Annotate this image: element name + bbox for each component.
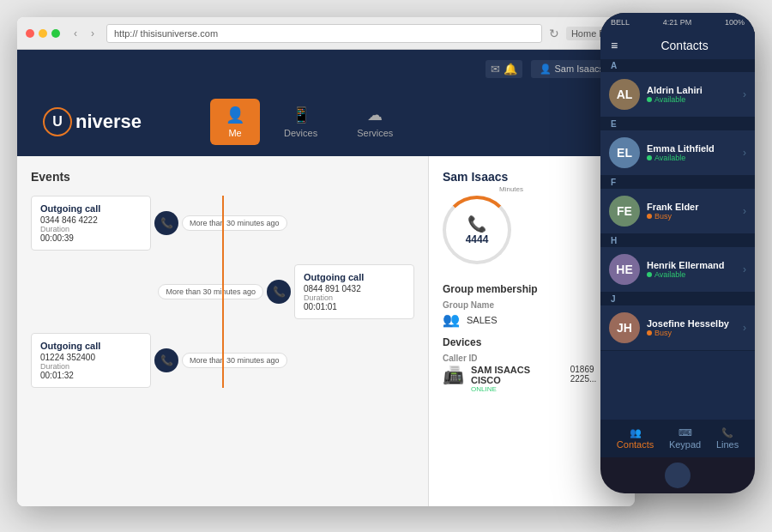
devices-section: Devices Caller ID 📠 SAM ISAACS CISCO ONL… [443, 336, 621, 393]
contact-info: Emma Lithfield Available [647, 143, 736, 162]
group-membership-title: Group membership [443, 283, 621, 295]
contacts-title: Contacts [624, 39, 745, 52]
devices-icon: 📱 [292, 106, 311, 124]
contact-status: Available [647, 154, 736, 162]
avatar: HE [609, 254, 640, 285]
timeline-dot: 📞 [154, 211, 178, 235]
nav-item-devices[interactable]: 📱 Devices [268, 99, 333, 145]
devices-title: Devices [443, 336, 621, 348]
timeline-line [222, 196, 224, 388]
phone-screen: ≡ Contacts A AL Aldrin Lahiri Available … [600, 32, 755, 420]
maximize-button[interactable] [51, 29, 60, 38]
timeline-dot: 📞 [267, 280, 291, 304]
hamburger-icon[interactable]: ≡ [611, 39, 618, 52]
browser-window: ‹ › http:// thisisuniverse.com ↻ Home Pa… [17, 17, 635, 506]
device-row: 📠 SAM ISAACS CISCO ONLINE 01869 2225... [443, 365, 621, 393]
group-icon: 👥 [443, 311, 460, 328]
chevron-right-icon: › [743, 88, 746, 100]
time-label: More than 30 minutes ago [158, 284, 263, 299]
call-card: Outgoing call 0344 846 4222 Duration 00:… [31, 196, 151, 251]
events-panel: Events Outgoing call 0344 846 4222 Durat… [17, 156, 429, 506]
avatar: JH [609, 312, 640, 343]
phone-bottom-bar: 👥 Contacts ⌨ Keypad 📞 Lines [600, 420, 755, 457]
contact-name: Josefine Hesselby [647, 318, 736, 329]
contact-info: Frank Elder Busy [647, 202, 736, 221]
device-name: SAM ISAACS CISCO [471, 365, 560, 385]
list-item[interactable]: HE Henrik Ellermand Available › [600, 247, 755, 293]
contact-info: Henrik Ellermand Available [647, 260, 736, 279]
user-name: Sam Isaacs [443, 170, 621, 184]
address-bar[interactable]: http:// thisisuniverse.com [106, 24, 542, 43]
time-label: More than 30 minutes ago [182, 215, 287, 231]
contact-name: Emma Lithfield [647, 143, 736, 154]
section-letter-j: J [600, 293, 755, 305]
avatar: EL [609, 137, 640, 168]
minutes-label: Minutes [499, 185, 523, 193]
timeline: Outgoing call 0344 846 4222 Duration 00:… [31, 196, 414, 388]
phone-icon: 📞 [467, 215, 486, 233]
chevron-right-icon: › [743, 263, 746, 275]
section-letter-f: F [600, 176, 755, 189]
messages-icon[interactable]: ✉ 🔔 [486, 60, 522, 78]
logo-circle: U [43, 107, 72, 136]
logo: U niverse [43, 107, 142, 136]
status-dot [647, 214, 652, 219]
online-status: ONLINE [471, 385, 560, 393]
nav-item-services[interactable]: ☁ Services [341, 99, 408, 145]
lines-icon: 📞 [721, 427, 733, 438]
group-row: 👥 SALES [443, 311, 621, 328]
avatar: FE [609, 196, 640, 227]
services-icon: ☁ [367, 106, 383, 124]
nav-item-me[interactable]: 👤 Me [210, 99, 260, 145]
status-dot [647, 272, 652, 277]
phone-time: 4:21 PM [663, 18, 692, 27]
browser-chrome: ‹ › http:// thisisuniverse.com ↻ Home Pa… [17, 17, 635, 50]
minimize-button[interactable] [39, 29, 47, 38]
app-header: ✉ 🔔 👤 Sam Isaacs ▾ [17, 50, 635, 88]
list-item[interactable]: AL Aldrin Lahiri Available › [600, 72, 755, 118]
list-item[interactable]: EL Emma Lithfield Available › [600, 130, 755, 176]
home-button[interactable] [665, 462, 691, 488]
timeline-dot: 📞 [154, 348, 178, 372]
status-dot [647, 155, 652, 160]
section-letter-a: A [600, 59, 755, 72]
contact-info: Aldrin Lahiri Available [647, 85, 736, 104]
avatar: AL [609, 79, 640, 110]
carrier-label: BELL [611, 18, 630, 27]
minutes-circle: 📞 4444 [443, 196, 511, 264]
phone-device: BELL 4:21 PM 100% ≡ Contacts A AL Aldrin… [600, 13, 755, 493]
forward-button[interactable]: › [86, 27, 100, 40]
reload-button[interactable]: ↻ [549, 27, 559, 40]
status-dot [647, 330, 652, 336]
me-icon: 👤 [226, 106, 244, 124]
contacts-icon: 👥 [630, 427, 642, 438]
close-button[interactable] [26, 29, 34, 38]
chevron-right-icon: › [743, 205, 746, 217]
list-item[interactable]: FE Frank Elder Busy › [600, 189, 755, 234]
contact-status: Available [647, 270, 736, 279]
nav-arrows: ‹ › [69, 27, 100, 40]
battery-level: 100% [725, 18, 745, 27]
nav-items: 👤 Me 📱 Devices ☁ Services [210, 99, 408, 145]
chevron-right-icon: › [743, 147, 746, 159]
nav-bar: U niverse 👤 Me 📱 Devices ☁ Services [17, 88, 635, 156]
minutes-value: 4444 [466, 233, 489, 245]
lines-tab[interactable]: 📞 Lines [716, 427, 739, 450]
section-letter-e: E [600, 118, 755, 130]
contact-status: Busy [647, 212, 736, 221]
contact-name: Aldrin Lahiri [647, 85, 736, 95]
keypad-icon: ⌨ [679, 427, 692, 438]
phone-status-bar: BELL 4:21 PM 100% [600, 13, 755, 32]
call-card: Outgoing call 0844 891 0432 Duration 00:… [294, 264, 414, 319]
chevron-right-icon: › [743, 322, 746, 334]
list-item[interactable]: JH Josefine Hesselby Busy › [600, 305, 755, 351]
caller-id-label: Caller ID [443, 354, 621, 363]
call-card: Outgoing call 01224 352400 Duration 00:0… [31, 333, 151, 388]
traffic-lights [26, 29, 60, 38]
back-button[interactable]: ‹ [69, 27, 82, 40]
group-name-column: Group Name [443, 300, 621, 310]
contacts-tab[interactable]: 👥 Contacts [617, 427, 654, 450]
status-dot [647, 97, 652, 102]
group-name: SALES [467, 315, 497, 325]
keypad-tab[interactable]: ⌨ Keypad [669, 427, 701, 450]
